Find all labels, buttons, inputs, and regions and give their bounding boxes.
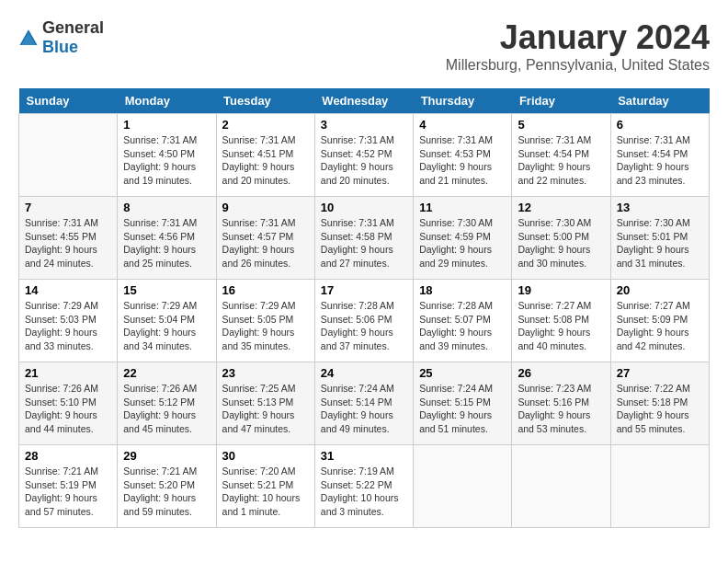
day-number: 19 <box>518 283 604 297</box>
day-number: 11 <box>419 201 506 214</box>
logo-general: General <box>42 18 104 37</box>
day-number: 8 <box>123 201 210 214</box>
weekday-header-friday: Friday <box>512 88 610 114</box>
calendar-cell: 15Sunrise: 7:29 AM Sunset: 5:04 PM Dayli… <box>118 280 216 362</box>
calendar-week-2: 7Sunrise: 7:31 AM Sunset: 4:55 PM Daylig… <box>19 197 710 280</box>
day-number: 23 <box>222 366 309 380</box>
weekday-header-saturday: Saturday <box>610 88 709 114</box>
calendar-cell <box>512 445 610 528</box>
day-info: Sunrise: 7:30 AM Sunset: 5:00 PM Dayligh… <box>518 216 604 270</box>
day-info: Sunrise: 7:31 AM Sunset: 4:50 PM Dayligh… <box>123 133 210 188</box>
calendar-cell: 1Sunrise: 7:31 AM Sunset: 4:50 PM Daylig… <box>118 114 216 197</box>
calendar-cell: 8Sunrise: 7:31 AM Sunset: 4:56 PM Daylig… <box>118 197 216 280</box>
calendar-cell: 7Sunrise: 7:31 AM Sunset: 4:55 PM Daylig… <box>19 197 118 280</box>
day-info: Sunrise: 7:23 AM Sunset: 5:16 PM Dayligh… <box>518 382 604 436</box>
day-number: 17 <box>321 283 407 297</box>
day-number: 20 <box>617 283 703 297</box>
calendar-cell: 30Sunrise: 7:20 AM Sunset: 5:21 PM Dayli… <box>216 445 314 528</box>
calendar-cell: 5Sunrise: 7:31 AM Sunset: 4:54 PM Daylig… <box>512 114 610 197</box>
calendar-cell: 27Sunrise: 7:22 AM Sunset: 5:18 PM Dayli… <box>610 362 709 445</box>
day-info: Sunrise: 7:22 AM Sunset: 5:18 PM Dayligh… <box>617 382 703 436</box>
day-number: 4 <box>419 118 506 132</box>
logo-text: General Blue <box>42 18 104 57</box>
calendar-cell: 9Sunrise: 7:31 AM Sunset: 4:57 PM Daylig… <box>216 197 314 280</box>
calendar-cell: 6Sunrise: 7:31 AM Sunset: 4:54 PM Daylig… <box>610 114 709 197</box>
calendar-cell: 22Sunrise: 7:26 AM Sunset: 5:12 PM Dayli… <box>118 362 216 445</box>
day-info: Sunrise: 7:29 AM Sunset: 5:04 PM Dayligh… <box>123 299 210 353</box>
day-info: Sunrise: 7:31 AM Sunset: 4:54 PM Dayligh… <box>617 133 703 188</box>
day-info: Sunrise: 7:31 AM Sunset: 4:57 PM Dayligh… <box>222 216 309 270</box>
day-number: 14 <box>25 283 111 297</box>
day-info: Sunrise: 7:29 AM Sunset: 5:05 PM Dayligh… <box>222 299 309 353</box>
day-info: Sunrise: 7:31 AM Sunset: 4:51 PM Dayligh… <box>222 133 309 188</box>
day-info: Sunrise: 7:27 AM Sunset: 5:09 PM Dayligh… <box>617 299 703 353</box>
calendar-cell: 16Sunrise: 7:29 AM Sunset: 5:05 PM Dayli… <box>216 280 314 362</box>
day-number: 2 <box>222 118 309 132</box>
day-info: Sunrise: 7:19 AM Sunset: 5:22 PM Dayligh… <box>321 465 407 519</box>
calendar-cell: 21Sunrise: 7:26 AM Sunset: 5:10 PM Dayli… <box>19 362 118 445</box>
day-info: Sunrise: 7:30 AM Sunset: 4:59 PM Dayligh… <box>419 216 506 270</box>
logo: General Blue <box>18 18 104 57</box>
calendar-cell: 31Sunrise: 7:19 AM Sunset: 5:22 PM Dayli… <box>314 445 413 528</box>
calendar-cell: 11Sunrise: 7:30 AM Sunset: 4:59 PM Dayli… <box>414 197 512 280</box>
day-info: Sunrise: 7:20 AM Sunset: 5:21 PM Dayligh… <box>222 465 309 519</box>
page-header: General Blue January 2024 Millersburg, P… <box>18 18 710 74</box>
calendar-week-4: 21Sunrise: 7:26 AM Sunset: 5:10 PM Dayli… <box>19 362 710 445</box>
calendar-cell: 4Sunrise: 7:31 AM Sunset: 4:53 PM Daylig… <box>414 114 512 197</box>
weekday-header-sunday: Sunday <box>19 88 118 114</box>
day-number: 9 <box>222 201 309 214</box>
logo-icon <box>18 28 39 48</box>
day-number: 30 <box>222 449 309 463</box>
day-number: 24 <box>321 366 407 380</box>
day-number: 10 <box>321 201 407 214</box>
calendar-week-5: 28Sunrise: 7:21 AM Sunset: 5:19 PM Dayli… <box>19 445 710 528</box>
day-info: Sunrise: 7:31 AM Sunset: 4:56 PM Dayligh… <box>123 216 210 270</box>
day-number: 25 <box>419 366 506 380</box>
weekday-header-tuesday: Tuesday <box>216 88 314 114</box>
day-info: Sunrise: 7:28 AM Sunset: 5:06 PM Dayligh… <box>321 299 407 353</box>
day-info: Sunrise: 7:31 AM Sunset: 4:52 PM Dayligh… <box>321 133 407 188</box>
day-info: Sunrise: 7:29 AM Sunset: 5:03 PM Dayligh… <box>25 299 111 353</box>
calendar-cell: 29Sunrise: 7:21 AM Sunset: 5:20 PM Dayli… <box>118 445 216 528</box>
day-number: 28 <box>25 449 111 463</box>
calendar-cell: 14Sunrise: 7:29 AM Sunset: 5:03 PM Dayli… <box>19 280 118 362</box>
calendar-cell: 23Sunrise: 7:25 AM Sunset: 5:13 PM Dayli… <box>216 362 314 445</box>
day-info: Sunrise: 7:31 AM Sunset: 4:55 PM Dayligh… <box>25 216 111 270</box>
weekday-header-row: SundayMondayTuesdayWednesdayThursdayFrid… <box>19 88 710 114</box>
day-info: Sunrise: 7:26 AM Sunset: 5:12 PM Dayligh… <box>123 382 210 436</box>
day-number: 7 <box>25 201 111 214</box>
day-number: 16 <box>222 283 309 297</box>
day-info: Sunrise: 7:26 AM Sunset: 5:10 PM Dayligh… <box>25 382 111 436</box>
day-number: 13 <box>617 201 703 214</box>
day-info: Sunrise: 7:28 AM Sunset: 5:07 PM Dayligh… <box>419 299 506 353</box>
calendar-cell: 18Sunrise: 7:28 AM Sunset: 5:07 PM Dayli… <box>414 280 512 362</box>
day-number: 21 <box>25 366 111 380</box>
day-number: 15 <box>123 283 210 297</box>
weekday-header-thursday: Thursday <box>414 88 512 114</box>
day-info: Sunrise: 7:31 AM Sunset: 4:53 PM Dayligh… <box>419 133 506 188</box>
calendar-cell: 20Sunrise: 7:27 AM Sunset: 5:09 PM Dayli… <box>610 280 709 362</box>
calendar-cell: 24Sunrise: 7:24 AM Sunset: 5:14 PM Dayli… <box>314 362 413 445</box>
day-number: 29 <box>123 449 210 463</box>
day-info: Sunrise: 7:27 AM Sunset: 5:08 PM Dayligh… <box>518 299 604 353</box>
calendar-week-1: 1Sunrise: 7:31 AM Sunset: 4:50 PM Daylig… <box>19 114 710 197</box>
location-title: Millersburg, Pennsylvania, United States <box>446 57 710 74</box>
calendar-cell: 2Sunrise: 7:31 AM Sunset: 4:51 PM Daylig… <box>216 114 314 197</box>
weekday-header-wednesday: Wednesday <box>314 88 413 114</box>
weekday-header-monday: Monday <box>118 88 216 114</box>
title-section: January 2024 Millersburg, Pennsylvania, … <box>446 18 710 74</box>
calendar-cell: 28Sunrise: 7:21 AM Sunset: 5:19 PM Dayli… <box>19 445 118 528</box>
calendar-cell <box>414 445 512 528</box>
calendar-cell: 10Sunrise: 7:31 AM Sunset: 4:58 PM Dayli… <box>314 197 413 280</box>
day-info: Sunrise: 7:24 AM Sunset: 5:14 PM Dayligh… <box>321 382 407 436</box>
calendar-table: SundayMondayTuesdayWednesdayThursdayFrid… <box>18 88 710 528</box>
day-number: 22 <box>123 366 210 380</box>
day-number: 18 <box>419 283 506 297</box>
day-number: 26 <box>518 366 604 380</box>
calendar-cell: 13Sunrise: 7:30 AM Sunset: 5:01 PM Dayli… <box>610 197 709 280</box>
day-number: 1 <box>123 118 210 132</box>
calendar-cell <box>19 114 118 197</box>
day-info: Sunrise: 7:30 AM Sunset: 5:01 PM Dayligh… <box>617 216 703 270</box>
calendar-cell: 19Sunrise: 7:27 AM Sunset: 5:08 PM Dayli… <box>512 280 610 362</box>
calendar-cell: 26Sunrise: 7:23 AM Sunset: 5:16 PM Dayli… <box>512 362 610 445</box>
